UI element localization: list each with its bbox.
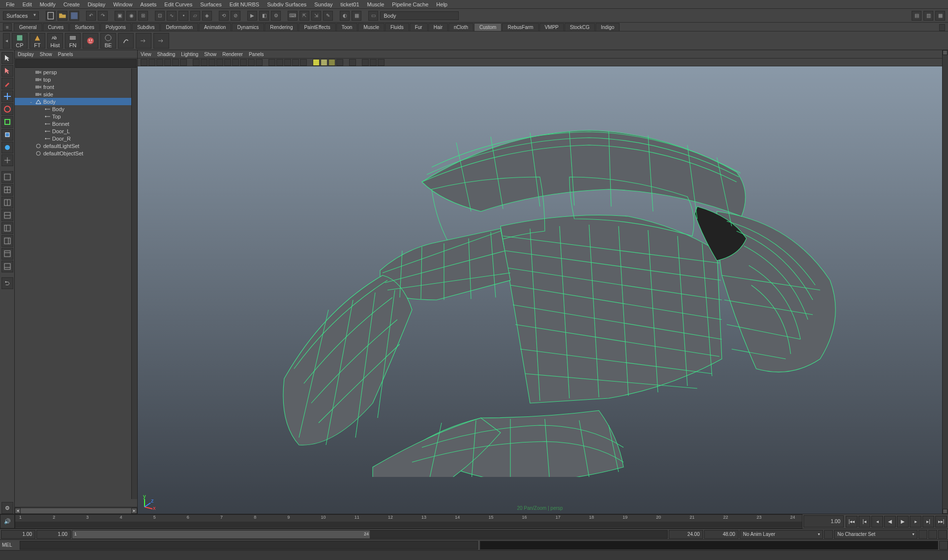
ipr-render-icon[interactable]: ◧ (259, 11, 269, 21)
shelf-btn-arrow-b[interactable] (153, 33, 169, 49)
vp-2d-panzoom-icon[interactable] (172, 59, 179, 66)
outliner-item-door_r[interactable]: Door_R (15, 135, 137, 142)
tool-settings-icon[interactable]: ⚙ (1, 502, 13, 514)
outliner-item-defaultobjectset[interactable]: defaultObjectSet (15, 149, 137, 157)
command-input[interactable] (20, 541, 478, 550)
menu-display[interactable]: Display (84, 0, 109, 8)
absolute-transform-icon[interactable]: ⇱ (299, 11, 309, 21)
shelf-tab-subdivs[interactable]: Subdivs (132, 23, 160, 31)
outliner-item-top[interactable]: top (15, 76, 137, 83)
shelf-tab-deformation[interactable]: Deformation (160, 23, 198, 31)
shelf-tab-painteffects[interactable]: PaintEffects (298, 23, 335, 31)
range-slider[interactable]: 1 24 (72, 530, 668, 539)
four-pane-icon[interactable] (1, 184, 13, 196)
vp-expose-c-icon[interactable] (378, 59, 385, 66)
shelf-btn-fn[interactable]: FN (65, 33, 81, 49)
outliner-item-side[interactable]: side (15, 90, 137, 98)
menu-subdiv-surfaces[interactable]: Subdiv Surfaces (263, 0, 310, 8)
time-slider[interactable]: 123456789101112131415161718192021222324 (15, 514, 802, 529)
shelf-tab-fur[interactable]: Fur (410, 23, 428, 31)
shelf-tab-dynamics[interactable]: Dynamics (232, 23, 264, 31)
auto-key-icon[interactable] (918, 530, 927, 539)
outliner-item-door_l[interactable]: Door_L (15, 127, 137, 135)
vp-grid-icon[interactable] (193, 59, 200, 66)
menu-muscle[interactable]: Muscle (363, 0, 388, 8)
shelf-btn-be[interactable]: BE (100, 33, 116, 49)
menu-edit-nurbs[interactable]: Edit NURBS (226, 0, 264, 8)
history-toggle-icon[interactable]: ⟲ (219, 11, 229, 21)
menu-sunday[interactable]: Sunday (310, 0, 336, 8)
go-to-end-icon[interactable]: ▸▸| (935, 516, 947, 528)
shelf-tab-surfaces[interactable]: Surfaces (69, 23, 99, 31)
last-tool-icon[interactable]: ⮌ (1, 277, 13, 289)
select-object-icon[interactable]: ◉ (126, 11, 136, 21)
sidebar-tool-icon[interactable]: ▥ (923, 11, 933, 21)
redo-icon[interactable]: ↷ (98, 11, 108, 21)
hypershade-icon[interactable]: ◐ (340, 11, 350, 21)
name-field-toggle-icon[interactable]: ▭ (368, 11, 378, 21)
outliner-menu-display[interactable]: Display (18, 52, 34, 57)
sidebar-attribute-icon[interactable]: ▤ (912, 11, 921, 21)
outliner-item-body[interactable]: -Body (15, 98, 137, 105)
shelf-tab-animation[interactable]: Animation (199, 23, 231, 31)
menu-assets[interactable]: Assets (136, 0, 160, 8)
paint-select-tool-icon[interactable] (1, 78, 13, 89)
vp-textured-icon[interactable] (276, 59, 283, 66)
vp-wireframe-icon[interactable] (248, 59, 255, 66)
quick-rename-icon[interactable]: ✎ (323, 11, 333, 21)
vp-isolate-icon[interactable] (300, 59, 307, 66)
vp-light-a-icon[interactable] (313, 59, 320, 66)
playback-start-field[interactable]: 1.00 (36, 530, 71, 539)
menu-surfaces[interactable]: Surfaces (196, 0, 225, 8)
shelf-tab-custom[interactable]: Custom (474, 23, 502, 31)
relative-transform-icon[interactable]: ⇲ (311, 11, 321, 21)
save-scene-icon[interactable] (69, 11, 79, 21)
vp-safe-title-icon[interactable] (240, 59, 247, 66)
time-scrub-icon[interactable]: 🔊 (0, 514, 15, 529)
vp-expose-b-icon[interactable] (370, 59, 377, 66)
show-manip-icon[interactable] (1, 154, 13, 166)
outliner-item-persp[interactable]: persp (15, 68, 137, 76)
play-backward-icon[interactable]: ◀ (884, 516, 896, 528)
command-language-label[interactable]: MEL (0, 542, 19, 548)
set-key-icon[interactable] (928, 530, 937, 539)
shelf-scroll-icon[interactable] (939, 24, 945, 31)
menu-edit-curves[interactable]: Edit Curves (160, 0, 196, 8)
anim-layer-opts-icon[interactable] (824, 530, 833, 539)
shelf-tab-hair[interactable]: Hair (428, 23, 448, 31)
right-vscrollbar[interactable] (942, 50, 948, 514)
rotate-tool-icon[interactable] (1, 103, 13, 115)
playback-end-field[interactable]: 24.00 (669, 530, 703, 539)
shelf-btn-arrow-a[interactable] (136, 33, 151, 49)
shelf-btn-hist[interactable]: AbHist (47, 33, 63, 49)
anim-start-field[interactable]: 1.00 (1, 530, 35, 539)
menu-help[interactable]: Help (432, 0, 451, 8)
step-back-frame-icon[interactable]: ◂ (871, 516, 883, 528)
render-view-icon[interactable]: ▦ (352, 11, 361, 21)
snap-point-icon[interactable]: • (178, 11, 188, 21)
shelf-menu-icon[interactable]: ≡ (3, 23, 12, 31)
shelf-tab-fluids[interactable]: Fluids (385, 23, 409, 31)
shelf-btn-face[interactable] (83, 33, 98, 49)
scale-tool-icon[interactable] (1, 116, 13, 128)
lasso-tool-icon[interactable] (1, 65, 13, 77)
shelf-btn-ft[interactable]: FT (30, 33, 45, 49)
new-scene-icon[interactable] (46, 11, 56, 21)
scroll-left-icon[interactable]: ◂ (15, 508, 21, 514)
vp-gate-mask-icon[interactable] (216, 59, 223, 66)
viewport-menu-lighting[interactable]: Lighting (181, 52, 198, 57)
two-pane-h-icon[interactable] (1, 209, 13, 221)
snap-plane-icon[interactable]: ▱ (190, 11, 200, 21)
shelf-tab-toon[interactable]: Toon (336, 23, 358, 31)
move-tool-icon[interactable] (1, 90, 13, 102)
module-selector[interactable]: Surfaces (3, 11, 39, 20)
undo-icon[interactable]: ↶ (86, 11, 96, 21)
layout-b-icon[interactable] (1, 235, 13, 247)
shelf-tab-curves[interactable]: Curves (43, 23, 69, 31)
scroll-right-icon[interactable]: ▸ (131, 508, 137, 514)
vp-lock-camera-icon[interactable] (148, 59, 155, 66)
shelf-collapse-icon[interactable]: ◂ (3, 33, 10, 49)
shelf-tab-rendering[interactable]: Rendering (265, 23, 298, 31)
layout-d-icon[interactable] (1, 261, 13, 272)
menu-file[interactable]: File (2, 0, 19, 8)
